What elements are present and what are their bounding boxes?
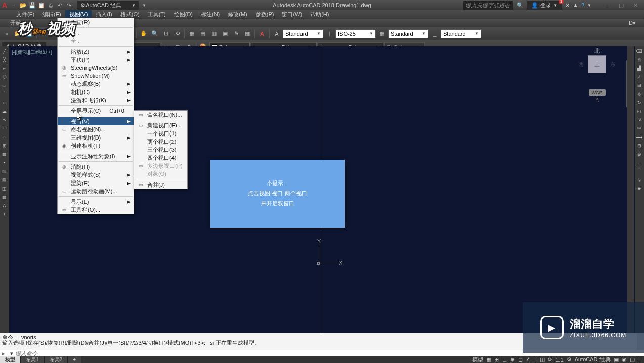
- menu-dimension[interactable]: 标注(N): [197, 10, 224, 19]
- region-icon[interactable]: ◫: [1, 185, 8, 192]
- move-icon[interactable]: ✥: [635, 90, 643, 98]
- tab-model[interactable]: 模型: [0, 356, 21, 363]
- workspace-selector[interactable]: ⚙ AutoCAD 经典 ▼: [77, 1, 139, 10]
- menu-item[interactable]: ◎消隐(H): [58, 163, 134, 171]
- saveas-icon[interactable]: 📋: [37, 1, 46, 9]
- blend-icon[interactable]: ∿: [635, 176, 643, 184]
- rotate-icon[interactable]: ↻: [635, 99, 643, 106]
- chamfer-icon[interactable]: ⌐: [635, 159, 643, 166]
- trim-icon[interactable]: ✂: [635, 124, 643, 132]
- redo-icon[interactable]: ↷: [65, 1, 73, 9]
- menu-item[interactable]: ▭工具栏(O)...: [58, 206, 134, 214]
- undo-icon[interactable]: ↶: [56, 1, 64, 9]
- new-icon[interactable]: ▫: [10, 1, 18, 9]
- spline-icon[interactable]: ∿: [1, 116, 8, 123]
- arc-icon[interactable]: ⌒: [1, 90, 8, 98]
- revcloud-icon[interactable]: ☁: [1, 107, 8, 115]
- menu-item[interactable]: 两个视口(2): [134, 138, 187, 146]
- plot-icon[interactable]: ⎙: [39, 29, 49, 39]
- menu-item[interactable]: 全...: [58, 37, 134, 45]
- style-dim-icon[interactable]: ⟊: [324, 29, 334, 39]
- app-logo[interactable]: A: [2, 1, 7, 9]
- exchange-icon[interactable]: ✕: [565, 2, 570, 9]
- ribbon-collapse-icon[interactable]: D▾: [624, 20, 641, 26]
- transparency-toggle-icon[interactable]: ◫: [540, 356, 545, 363]
- hwaccel-icon[interactable]: ◉: [622, 356, 627, 363]
- tab-add[interactable]: +: [68, 356, 81, 363]
- viewcube-face[interactable]: 上 西 东: [588, 55, 606, 73]
- viewcube-north[interactable]: 北: [594, 47, 600, 55]
- rect-icon[interactable]: ▭: [1, 81, 8, 89]
- mtext-icon[interactable]: A: [1, 202, 8, 209]
- isolate-icon[interactable]: ▣: [614, 356, 619, 363]
- menu-item[interactable]: 三个视口(3): [134, 146, 187, 154]
- polygon-icon[interactable]: ⬡: [1, 73, 8, 80]
- save-icon[interactable]: 💾: [24, 29, 34, 39]
- sheet-icon[interactable]: ▣: [220, 29, 230, 39]
- menu-item[interactable]: 平移(P)▶: [58, 56, 134, 64]
- menu-item[interactable]: ▭合并(J): [134, 180, 187, 189]
- style-ml-icon[interactable]: ⎯: [430, 29, 440, 39]
- close-button[interactable]: ✕: [629, 1, 642, 9]
- style-tbl-icon[interactable]: ▦: [377, 29, 387, 39]
- menu-file[interactable]: 文件(F): [12, 10, 38, 19]
- explode-icon[interactable]: ✸: [635, 185, 643, 192]
- erase-icon[interactable]: ⌫: [635, 47, 643, 55]
- block-icon[interactable]: ▦: [1, 150, 8, 158]
- dcenter-icon[interactable]: ▤: [198, 29, 208, 39]
- workspace-status[interactable]: AutoCAD 经典: [575, 356, 611, 363]
- xline-icon[interactable]: ╳: [1, 56, 8, 63]
- menu-item[interactable]: 相机(C)▶: [58, 88, 134, 96]
- pan-icon[interactable]: ✋: [139, 29, 149, 39]
- tab-layout1[interactable]: 布局1: [21, 356, 45, 363]
- menu-item[interactable]: 三维视图(D)▶: [58, 133, 134, 142]
- menu-item[interactable]: 重...: [58, 29, 134, 37]
- text-style-dropdown[interactable]: Standard▼: [283, 29, 323, 38]
- tab-layout2[interactable]: 布局2: [45, 356, 68, 363]
- grid-toggle-icon[interactable]: ▦: [486, 356, 491, 363]
- menu-item[interactable]: 四个视口(4): [134, 154, 187, 162]
- ellipse-icon[interactable]: ⬭: [1, 124, 8, 132]
- menu-item[interactable]: ▭新建视口(E)...: [134, 121, 187, 129]
- fillet-icon[interactable]: ⌒: [635, 167, 643, 175]
- menu-param[interactable]: 参数(P): [251, 10, 278, 19]
- view-cube[interactable]: 北 上 西 东 南 WCS: [574, 53, 620, 96]
- chevron-down-icon[interactable]: ▼: [587, 3, 591, 8]
- menu-item[interactable]: 漫游和飞行(K)▶: [58, 96, 134, 104]
- menu-window[interactable]: 窗口(W): [278, 10, 306, 19]
- markup-icon[interactable]: ✎: [231, 29, 241, 39]
- ellipse-arc-icon[interactable]: ⌓: [1, 133, 8, 141]
- help-icon[interactable]: ?: [581, 2, 584, 8]
- scale-icon[interactable]: ◱: [635, 107, 643, 115]
- menu-item[interactable]: 视觉样式(S)▶: [58, 171, 134, 179]
- menu-item[interactable]: 动态观察(B)▶: [58, 80, 134, 88]
- menu-tools[interactable]: 工具(T): [144, 10, 170, 19]
- menu-item[interactable]: 显示(L)▶: [58, 198, 134, 206]
- menu-item[interactable]: 渲染(E)▶: [58, 179, 134, 187]
- a360-icon[interactable]: ▲: [573, 2, 578, 8]
- gradient-icon[interactable]: ▧: [1, 176, 8, 184]
- menu-item[interactable]: ▭ShowMotion(M): [58, 72, 134, 80]
- calc-icon[interactable]: ▦: [242, 29, 252, 39]
- mleader-style-dropdown[interactable]: Standard▼: [441, 29, 481, 38]
- ortho-toggle-icon[interactable]: ∟: [502, 357, 507, 363]
- help-search-input[interactable]: 键入关键字或短语: [463, 1, 513, 10]
- viewcube-west[interactable]: 西: [578, 61, 584, 68]
- open-icon[interactable]: 📂: [19, 1, 27, 9]
- mirror-icon[interactable]: ▟: [635, 64, 643, 72]
- properties-icon[interactable]: ▦: [187, 29, 197, 39]
- text-a-icon[interactable]: A: [257, 29, 267, 39]
- menu-item[interactable]: ▭多边形视口(P): [134, 162, 187, 170]
- array-icon[interactable]: ⊞: [635, 81, 643, 89]
- menu-item[interactable]: 视口(V)▶: [58, 117, 134, 125]
- customize-icon[interactable]: ≡: [638, 357, 641, 363]
- menu-modify[interactable]: 修改(M): [224, 10, 251, 19]
- menu-item[interactable]: ▭命名视口(N)...: [134, 111, 187, 119]
- pline-icon[interactable]: ⌐: [1, 64, 8, 72]
- join-icon[interactable]: ⊕: [635, 150, 643, 158]
- menu-item[interactable]: ▭命名视图(N)...: [58, 125, 134, 133]
- menu-item[interactable]: 全屏显示(C)Ctrl+0: [58, 107, 134, 115]
- new-icon[interactable]: ▫: [2, 29, 12, 39]
- menu-help[interactable]: 帮助(H): [306, 10, 333, 19]
- zoom-window-icon[interactable]: ⊡: [161, 29, 171, 39]
